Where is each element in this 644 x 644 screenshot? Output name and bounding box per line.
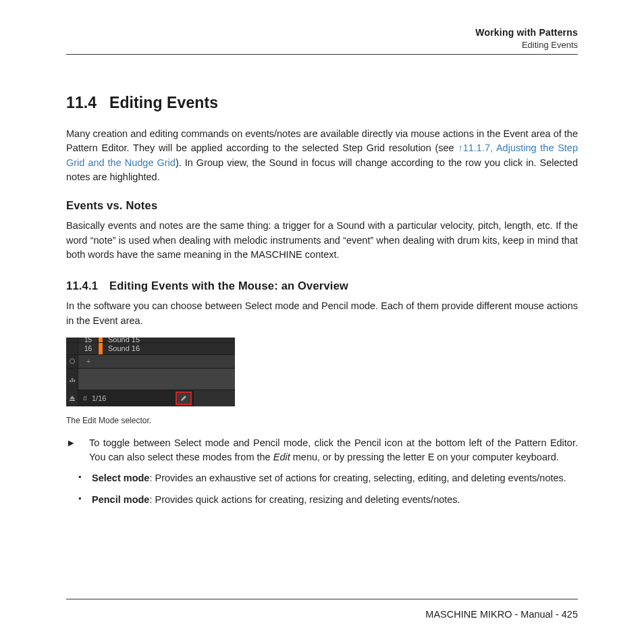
bottom-right-area [193,390,235,406]
edit-mode-selector-screenshot: 15 Sound 15 16 Sound 16 + # 1/16 [66,338,235,406]
bullet-marker: ▪ [78,493,92,507]
grid-icon: # [78,394,92,402]
bullet-marker: ▪ [78,471,92,485]
header-chapter: Working with Patterns [66,27,578,38]
select-mode-item: ▪ Select mode: Provides an exhaustive se… [78,471,578,485]
svg-rect-2 [72,378,73,382]
svg-point-0 [70,359,74,364]
sound-row-15-partial: 15 Sound 15 [66,338,235,343]
intro-paragraph: Many creation and editing commands on ev… [66,127,578,184]
instruction-item: ► To toggle between Select mode and Penc… [66,436,578,465]
section-heading: 11.4Editing Events [66,94,578,112]
arrow-marker: ► [66,436,89,465]
velocity-icon [66,369,78,390]
events-vs-notes-body: Basically events and notes are the same … [66,219,578,262]
circle-icon [66,355,78,368]
subsection-number: 11.4.1 [66,279,109,292]
header-section: Editing Events [66,40,578,50]
footer-doc: Manual [520,609,553,620]
add-sound-button: + [78,355,99,368]
subsection-body: In the software you can choose between S… [66,299,578,328]
eject-icon [66,390,78,406]
sound-name-15: Sound 15 [103,338,140,343]
svg-rect-5 [70,400,75,401]
pencil-mode-text: : Provides quick actions for creating, r… [149,494,460,505]
sound-row-16: 16 Sound 16 [66,343,235,355]
svg-marker-4 [70,396,75,399]
events-vs-notes-heading: Events vs. Notes [66,199,578,212]
row-handle [66,343,78,354]
utility-row-2 [66,369,235,390]
edit-menu-name: Edit [273,452,290,462]
footer-product: MASCHINE MIKRO [425,609,512,620]
header-divider [66,54,578,55]
sound-name-16: Sound 16 [103,344,140,352]
bottom-bar: # 1/16 [66,390,235,406]
svg-rect-3 [74,379,75,382]
select-mode-label: Select mode [92,473,149,483]
sound-slot-number-16: 16 [78,343,99,354]
subsection-title: Editing Events with the Mouse: an Overvi… [109,279,348,292]
sound-slot-number-15: 15 [78,338,99,342]
section-number: 11.4 [66,94,109,112]
pencil-mode-button[interactable] [176,392,192,405]
pencil-mode-label: Pencil mode [92,494,149,505]
step-grid-value: 1/16 [92,394,106,402]
screenshot-caption: The Edit Mode selector. [66,416,578,425]
footer-divider [66,599,578,599]
footer-page-number: 425 [562,609,578,620]
page-footer: MASCHINE MIKRO - Manual - 425 [66,609,578,620]
svg-rect-1 [70,380,71,382]
subsection-heading: 11.4.1Editing Events with the Mouse: an … [66,279,578,292]
pencil-mode-item: ▪ Pencil mode: Provides quick actions fo… [78,493,578,507]
row-handle [66,338,78,342]
instruction-text-after: menu, or by pressing the letter E on you… [290,452,559,462]
section-title: Editing Events [109,94,218,111]
utility-row: + [66,355,235,369]
select-mode-text: : Provides an exhaustive set of actions … [149,473,566,483]
